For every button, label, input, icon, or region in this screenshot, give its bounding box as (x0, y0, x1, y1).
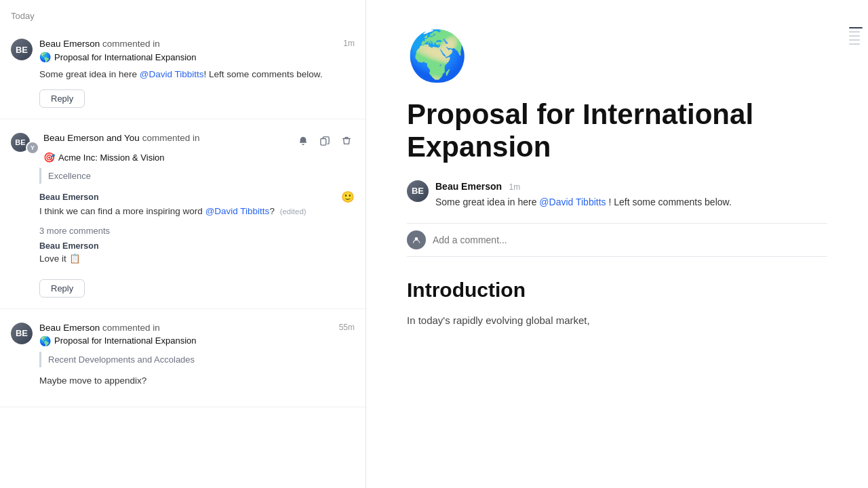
thread-comment-1: Beau Emerson 🙂 I think we can find a mor… (39, 190, 355, 218)
thread-author-name: Beau Emerson (39, 192, 99, 202)
mention-david-1: @David Tibbitts (140, 69, 204, 79)
edited-tag: (edited) (280, 207, 307, 216)
date-label: Today (0, 11, 366, 28)
notif-1-author: Beau Emerson commented in (39, 39, 160, 49)
doc-globe-emoji: 🌍 (407, 27, 827, 85)
scrollbar-line-4 (849, 39, 860, 41)
avatar-beau-3: BE (11, 323, 33, 344)
more-comments-link[interactable]: 3 more comments (39, 226, 355, 236)
avatar-stack-2: BE Y (11, 133, 37, 152)
quoted-text-2: Excellence (39, 168, 355, 184)
notif-3-doc-link[interactable]: 🌎 Proposal for International Expansion (39, 336, 355, 346)
add-comment-input[interactable] (433, 235, 827, 245)
notif-2-author: Beau Emerson and You commented in (43, 133, 199, 143)
trash-icon[interactable] (338, 133, 355, 149)
notif-1-doc-emoji: 🌎 (39, 52, 51, 62)
thread-text-1: I think we can find a more inspiring wor… (39, 205, 355, 218)
doc-comment-author: Beau Emerson (435, 181, 502, 192)
notif-1-doc-link[interactable]: 🌎 Proposal for International Expansion (39, 52, 355, 62)
scrollbar-line-5 (849, 43, 860, 45)
notif-2-doc-emoji: 🎯 (43, 152, 55, 163)
quoted-text-3: Recent Developments and Accolades (39, 352, 355, 367)
notif-2-doc-title: Acme Inc: Mission & Vision (58, 152, 165, 163)
last-comment-text: Love it 📋 (39, 252, 355, 266)
mini-scrollbar (849, 27, 863, 45)
doc-comment-row: BE Beau Emerson 1m Some great idea in he… (407, 180, 827, 209)
notif-2-doc-link[interactable]: 🎯 Acme Inc: Mission & Vision (43, 152, 355, 163)
reply-button-1[interactable]: Reply (39, 89, 85, 108)
scrollbar-line-1 (849, 27, 863, 28)
svg-rect-0 (321, 139, 326, 146)
section-text: In today's rapidly evolving global marke… (407, 312, 827, 329)
notif-1-comment-text: Some great idea in here @David Tibbitts!… (39, 68, 355, 81)
notif-3-doc-title: Proposal for International Expansion (54, 336, 197, 346)
thread-comment-last: Beau Emerson Love it 📋 (39, 241, 355, 266)
avatar-beau-1: BE (11, 39, 33, 60)
notif-1-time: 1m (343, 39, 355, 48)
copy-icon[interactable] (317, 133, 333, 149)
add-comment-row[interactable] (407, 223, 827, 257)
reply-button-2[interactable]: Reply (39, 279, 85, 298)
last-comment-author: Beau Emerson (39, 241, 99, 251)
notif-3-doc-emoji: 🌎 (39, 336, 51, 346)
section-heading: Introduction (407, 279, 827, 302)
add-comment-avatar (407, 230, 426, 249)
scrollbar-line-3 (849, 35, 860, 37)
comment-thread-2: Beau Emerson 🙂 I think we can find a mor… (39, 190, 355, 266)
notif-1-doc-title: Proposal for International Expansion (54, 52, 197, 62)
mention-david-thread: @David Tibbitts (205, 206, 270, 216)
bell-icon[interactable] (295, 133, 311, 149)
notification-card-1: BE Beau Emerson commented in 1m 🌎 Propos… (0, 28, 366, 119)
notifications-panel: Today BE Beau Emerson commented in 1m 🌎 … (0, 0, 366, 488)
notif-3-author: Beau Emerson commented in (39, 323, 160, 333)
notification-card-2: BE Y Beau Emerson and You commented in (0, 122, 366, 309)
notif-3-time: 55m (339, 323, 355, 332)
notification-card-3: BE Beau Emerson commented in 55m 🌎 Propo… (0, 312, 366, 407)
doc-comment-time: 1m (509, 182, 521, 192)
scrollbar-line-2 (849, 31, 860, 33)
notif-3-comment-text: Maybe move to appendix? (39, 374, 355, 388)
doc-comment-avatar: BE (407, 180, 429, 202)
doc-comment-text: Some great idea in here @David Tibbitts … (435, 195, 827, 209)
document-panel: 🌍 Proposal for International Expansion B… (366, 0, 868, 488)
emoji-react-icon[interactable]: 🙂 (341, 190, 355, 203)
doc-title: Proposal for International Expansion (407, 98, 827, 164)
doc-mention: @David Tibbitts (539, 197, 606, 207)
